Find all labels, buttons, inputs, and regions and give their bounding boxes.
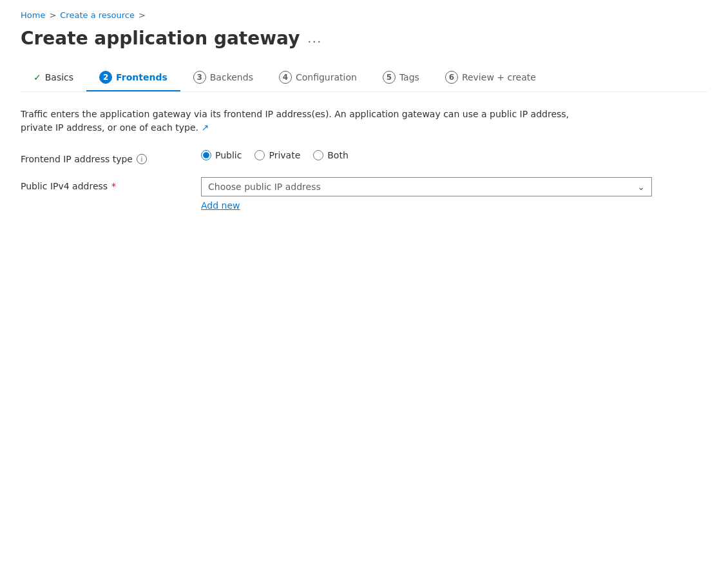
radio-public-label: Public [215,150,242,160]
frontend-ip-radio-group: Public Private Both [201,150,652,160]
radio-both-label: Both [327,150,349,160]
public-ipv4-label: Public IPv4 address * [21,177,201,191]
public-ipv4-placeholder: Choose public IP address [208,182,321,192]
tab-review-create-label: Review + create [462,72,536,82]
radio-private[interactable]: Private [254,150,300,160]
chevron-down-icon: ⌄ [637,182,645,192]
radio-both-input[interactable] [313,150,323,160]
tab-backends[interactable]: 3 Backends [180,64,266,91]
tab-basics-label: Basics [45,72,73,82]
breadcrumb-create-resource[interactable]: Create a resource [60,10,135,20]
radio-both[interactable]: Both [313,150,349,160]
tab-frontends[interactable]: 2 Frontends [86,64,180,91]
radio-private-label: Private [269,150,300,160]
frontend-ip-label: Frontend IP address type i [21,150,201,164]
tab-review-create[interactable]: 6 Review + create [432,64,549,91]
tags-number: 5 [383,71,396,84]
tabs-row: ✓ Basics 2 Frontends 3 Backends 4 Config… [21,64,707,92]
breadcrumb: Home > Create a resource > [21,10,707,20]
frontend-ip-info-icon[interactable]: i [137,154,147,164]
configuration-number: 4 [279,71,292,84]
tab-basics[interactable]: ✓ Basics [21,66,86,90]
review-create-number: 6 [445,71,458,84]
tab-configuration-label: Configuration [296,72,357,82]
description-text: Traffic enters the application gateway v… [21,108,600,135]
breadcrumb-sep1: > [49,10,56,20]
basics-checkmark: ✓ [34,72,41,82]
breadcrumb-home[interactable]: Home [21,10,45,20]
radio-public-input[interactable] [201,150,211,160]
ellipsis-button[interactable]: ... [307,31,322,46]
tab-tags[interactable]: 5 Tags [370,64,432,91]
public-ipv4-dropdown[interactable]: Choose public IP address ⌄ [201,177,652,196]
tab-frontends-label: Frontends [116,72,168,82]
radio-public[interactable]: Public [201,150,242,160]
frontend-ip-row: Frontend IP address type i Public Privat… [21,150,707,164]
backends-number: 3 [193,71,206,84]
public-ipv4-required: * [111,181,116,191]
frontends-number: 2 [99,71,112,84]
add-new-link[interactable]: Add new [201,200,240,211]
tab-tags-label: Tags [399,72,419,82]
radio-private-input[interactable] [254,150,265,160]
public-ipv4-control: Choose public IP address ⌄ Add new [201,177,652,211]
breadcrumb-sep2: > [139,10,146,20]
learn-more-link[interactable]: ↗ [201,122,209,133]
page-title: Create application gateway [21,28,300,49]
public-ipv4-row: Public IPv4 address * Choose public IP a… [21,177,707,211]
tab-configuration[interactable]: 4 Configuration [266,64,370,91]
tab-backends-label: Backends [210,72,253,82]
